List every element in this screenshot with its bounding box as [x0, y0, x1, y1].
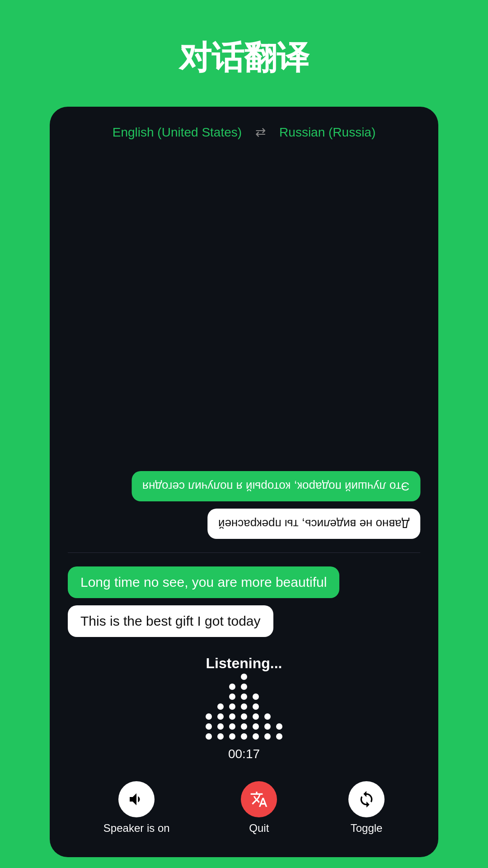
- wave-col-1: [206, 713, 212, 740]
- dot: [229, 713, 235, 720]
- wave-col-5: [253, 693, 259, 740]
- dot: [206, 713, 212, 720]
- dot: [217, 703, 224, 710]
- dot: [229, 723, 235, 730]
- dot: [241, 733, 247, 740]
- dot: [241, 703, 247, 710]
- dot: [241, 674, 247, 680]
- quit-label: Quit: [249, 822, 269, 835]
- page-title: 对话翻译: [179, 36, 309, 80]
- wave-col-2: [217, 703, 224, 740]
- dot: [217, 723, 224, 730]
- dot: [253, 703, 259, 710]
- russian-bubble-green: Это лучший подарок, который я получил се…: [131, 471, 420, 501]
- conversation-top: Это лучший подарок, который я получил се…: [68, 153, 420, 548]
- source-language-label[interactable]: English (United States): [113, 125, 242, 140]
- wave-col-6: [264, 713, 271, 740]
- speaker-button[interactable]: [118, 781, 155, 817]
- swap-languages-icon[interactable]: ⇄: [255, 125, 266, 140]
- speaker-label: Speaker is on: [103, 822, 170, 835]
- english-bubble-white: This is the best gift I got today: [68, 605, 273, 637]
- dot: [264, 713, 271, 720]
- russian-bubble-white: Давно не виделись, ты прекрасней: [207, 509, 420, 539]
- dot: [229, 684, 235, 690]
- waveform: [206, 681, 282, 740]
- main-card: English (United States) ⇄ Russian (Russi…: [50, 107, 438, 857]
- quit-button[interactable]: [241, 781, 277, 817]
- wave-col-3: [229, 684, 235, 740]
- dot: [276, 723, 282, 730]
- dot: [206, 733, 212, 740]
- dot: [276, 733, 282, 740]
- timer-display: 00:17: [228, 747, 260, 761]
- wave-col-4: [241, 674, 247, 740]
- listening-area: Listening...: [68, 646, 420, 777]
- toggle-icon: [357, 790, 375, 808]
- dot: [241, 684, 247, 690]
- dot: [253, 723, 259, 730]
- speaker-icon: [127, 790, 145, 808]
- translate-icon: [250, 790, 268, 808]
- toggle-button[interactable]: [348, 781, 385, 817]
- toggle-label: Toggle: [351, 822, 383, 835]
- conversation-bottom: Long time no see, you are more beautiful…: [68, 557, 420, 646]
- english-bubble-green: Long time no see, you are more beautiful: [68, 566, 339, 598]
- language-bar: English (United States) ⇄ Russian (Russi…: [68, 125, 420, 140]
- dot: [229, 703, 235, 710]
- dot: [241, 713, 247, 720]
- dot: [206, 723, 212, 730]
- quit-control: Quit: [241, 781, 277, 835]
- target-language-label[interactable]: Russian (Russia): [279, 125, 375, 140]
- dot: [217, 713, 224, 720]
- dot: [217, 733, 224, 740]
- dot: [253, 713, 259, 720]
- dot: [229, 693, 235, 700]
- speaker-control: Speaker is on: [103, 781, 170, 835]
- dot: [264, 723, 271, 730]
- controls-bar: Speaker is on Quit Toggle: [68, 777, 420, 835]
- wave-col-7: [276, 723, 282, 740]
- toggle-control: Toggle: [348, 781, 385, 835]
- section-divider: [68, 552, 420, 553]
- dot: [229, 733, 235, 740]
- dot: [241, 693, 247, 700]
- dot: [264, 733, 271, 740]
- dot: [241, 723, 247, 730]
- dot: [253, 733, 259, 740]
- dot: [253, 693, 259, 700]
- listening-label: Listening...: [206, 655, 282, 672]
